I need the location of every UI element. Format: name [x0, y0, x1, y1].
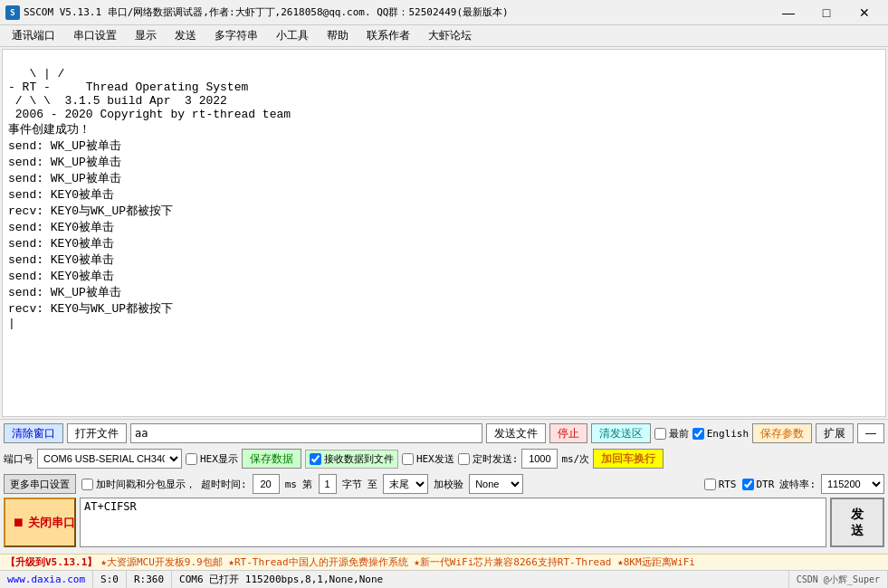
- open-file-button[interactable]: 打开文件: [67, 423, 127, 443]
- send-text-area[interactable]: [80, 498, 826, 547]
- return-line-button[interactable]: 加回车换行: [593, 449, 664, 469]
- add-time-label: 加时间戳和分包显示，: [96, 478, 196, 491]
- last-checkbox-group: 最前: [654, 427, 689, 441]
- menu-item-forum[interactable]: 大虾论坛: [420, 25, 480, 46]
- menu-item-serial-settings[interactable]: 串口设置: [65, 25, 125, 46]
- dtr-checkbox[interactable]: [742, 479, 754, 490]
- hex-send-group: HEX发送: [402, 452, 454, 466]
- title-bar: S SSCOM V5.13.1 串口/网络数据调试器,作者:大虾丁丁,26180…: [0, 0, 888, 25]
- port-select[interactable]: COM6 USB-SERIAL CH340: [37, 449, 182, 469]
- menu-item-comm-port[interactable]: 通讯端口: [4, 25, 63, 46]
- rts-group: RTS: [704, 479, 737, 490]
- add-time-checkbox[interactable]: [81, 479, 93, 490]
- save-params-button[interactable]: 保存参数: [752, 423, 812, 443]
- dash-button[interactable]: —: [857, 423, 884, 443]
- hex-display-checkbox[interactable]: [186, 453, 197, 465]
- expand-button[interactable]: 扩展: [816, 423, 854, 443]
- send-file-button[interactable]: 发送文件: [486, 423, 546, 443]
- r-status: R:360: [127, 571, 172, 588]
- rts-checkbox[interactable]: [704, 479, 716, 490]
- brand-status: CSDN @小辉_Super: [789, 571, 888, 588]
- checksum-select[interactable]: None: [469, 474, 523, 494]
- status-bar: www.daxia.com S:0 R:360 COM6 已打开 115200b…: [0, 570, 888, 588]
- add-time-group: 加时间戳和分包显示，: [81, 478, 196, 491]
- last-checkbox-label: 最前: [669, 427, 689, 441]
- connect-button[interactable]: ⏹ HEX发送 关闭串口: [4, 498, 76, 547]
- recv-to-file-label: 接收数据到文件: [324, 452, 394, 466]
- menu-item-contact[interactable]: 联系作者: [358, 25, 418, 46]
- control-row3: 更多串口设置 加时间戳和分包显示， 超时时间: ms 第 字节 至 末尾 加校验…: [4, 472, 884, 496]
- hex-send-label: HEX发送: [416, 452, 454, 466]
- byte-label2: 字节 至: [342, 478, 378, 491]
- stop-button[interactable]: 停止: [549, 423, 587, 443]
- baud-label: 波特率:: [779, 478, 816, 491]
- english-checkbox[interactable]: [692, 428, 704, 440]
- timed-send-label: 定时发送:: [473, 452, 519, 466]
- timed-send-input[interactable]: [521, 449, 558, 469]
- port-label: 端口号: [4, 452, 33, 466]
- website-status: www.daxia.com: [0, 571, 93, 588]
- timeout-label: 超时时间:: [201, 478, 247, 491]
- minimize-button[interactable]: —: [770, 4, 807, 22]
- ms-label: ms/次: [561, 452, 589, 466]
- r-value: R:360: [134, 574, 164, 585]
- console-text: \ | / - RT - Thread Operating System / \…: [8, 67, 291, 330]
- clear-send-button[interactable]: 清发送区: [591, 423, 651, 443]
- website-link[interactable]: www.daxia.com: [7, 574, 85, 585]
- recv-to-file-checkbox[interactable]: [310, 453, 321, 465]
- upgrade-bar: 【升级到V5.13.1】 ★大资源MCU开发板9.9包邮 ★RT-Thread中…: [0, 554, 888, 570]
- app-title: SSCOM V5.13.1 串口/网络数据调试器,作者:大虾丁丁,2618058…: [24, 5, 509, 19]
- com-status: COM6 已打开 115200bps,8,1,None,None: [172, 571, 789, 588]
- maximize-button[interactable]: □: [808, 4, 845, 22]
- save-data-button[interactable]: 保存数据: [242, 449, 301, 469]
- timed-send-checkbox[interactable]: [458, 453, 470, 465]
- dtr-label: DTR: [757, 479, 775, 490]
- menu-item-display[interactable]: 显示: [127, 25, 165, 46]
- upgrade-label: 【升级到V5.13.1】: [5, 555, 97, 569]
- rts-label: RTS: [719, 479, 737, 490]
- english-checkbox-label: English: [707, 428, 749, 440]
- end-select[interactable]: 末尾: [383, 474, 428, 494]
- timed-send-group: 定时发送:: [458, 452, 519, 466]
- send-input[interactable]: [130, 423, 482, 443]
- hex-display-group: HEX显示: [186, 452, 238, 466]
- stop-icon: ⏹: [13, 516, 24, 529]
- title-bar-controls: — □ ✕: [770, 4, 883, 22]
- console-output: \ | / - RT - Thread Operating System / \…: [2, 49, 886, 417]
- english-checkbox-group: English: [692, 428, 749, 440]
- control-row4: ⏹ HEX发送 关闭串口 发 送: [4, 498, 884, 552]
- app-icon-letter: S: [10, 8, 14, 17]
- more-settings-button[interactable]: 更多串口设置: [4, 474, 76, 494]
- checksum-label: 加校验: [434, 478, 463, 491]
- menu-item-tools[interactable]: 小工具: [268, 25, 317, 46]
- menu-item-send[interactable]: 发送: [167, 25, 205, 46]
- baud-select[interactable]: 115200: [821, 474, 884, 494]
- upgrade-text: ★大资源MCU开发板9.9包邮 ★RT-Thread中国人的开源免费操作系统 ★…: [100, 555, 695, 569]
- close-button[interactable]: ✕: [846, 4, 883, 22]
- ms-byte-label: ms 第: [285, 478, 313, 491]
- recv-to-file-group: 接收数据到文件: [305, 450, 398, 469]
- com-status-text: COM6 已打开 115200bps,8,1,None,None: [179, 573, 383, 586]
- hex-send-checkbox[interactable]: [402, 453, 414, 465]
- control-row1: 清除窗口 打开文件 发送文件 停止 清发送区 最前 English 保存参数 扩…: [4, 422, 884, 445]
- dtr-group: DTR: [742, 479, 775, 490]
- s-value: S:0: [100, 574, 119, 585]
- menu-item-multistring[interactable]: 多字符串: [206, 25, 266, 46]
- control-row2: 端口号 COM6 USB-SERIAL CH340 HEX显示 保存数据 接收数…: [4, 447, 884, 470]
- last-checkbox[interactable]: [654, 428, 666, 440]
- byte-input[interactable]: [319, 474, 337, 494]
- clear-window-button[interactable]: 清除窗口: [4, 423, 63, 443]
- timeout-input[interactable]: [253, 474, 280, 494]
- send-button[interactable]: 发 送: [830, 498, 884, 547]
- s-status: S:0: [93, 571, 127, 588]
- title-bar-left: S SSCOM V5.13.1 串口/网络数据调试器,作者:大虾丁丁,26180…: [5, 5, 509, 20]
- hex-display-label: HEX显示: [200, 452, 238, 466]
- brand-text: CSDN @小辉_Super: [797, 574, 880, 586]
- menu-bar: 通讯端口 串口设置 显示 发送 多字符串 小工具 帮助 联系作者 大虾论坛: [0, 25, 888, 47]
- app-icon: S: [5, 5, 20, 20]
- bottom-panel: 清除窗口 打开文件 发送文件 停止 清发送区 最前 English 保存参数 扩…: [0, 419, 888, 554]
- menu-item-help[interactable]: 帮助: [319, 25, 357, 46]
